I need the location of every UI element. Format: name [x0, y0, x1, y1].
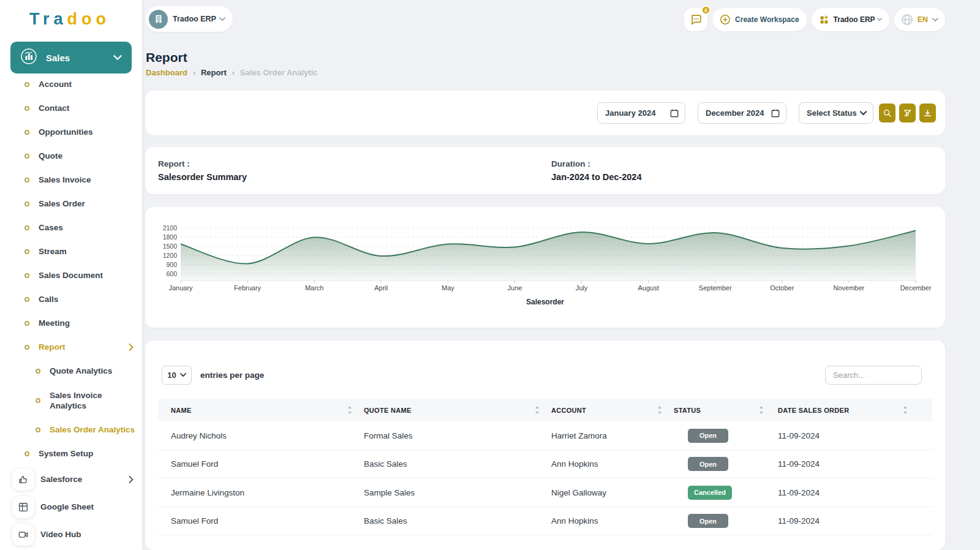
svg-text:April: April	[374, 284, 388, 292]
breadcrumb: Dashboard›Report›Sales Order Analytic	[146, 68, 317, 77]
sidebar-item-sales-document[interactable]: Sales Document	[0, 263, 142, 287]
sidebar-item-sales-order-analytics[interactable]: Sales Order Analytics	[0, 418, 142, 442]
cell-account: Ann Hopkins	[551, 507, 598, 535]
status-badge: Open	[688, 514, 728, 528]
bullet-icon	[24, 130, 29, 135]
cell-name: Samuel Ford	[171, 450, 218, 478]
sidebar-item-contact[interactable]: Contact	[0, 96, 142, 120]
app-grid-icon	[819, 15, 829, 25]
chevron-down-icon	[219, 17, 225, 21]
cell-status: Cancelled	[674, 478, 732, 507]
cell-status: Open	[674, 421, 728, 450]
column-header-date-sales-order[interactable]: DATE SALES ORDER	[778, 399, 849, 421]
breadcrumb-item-dashboard[interactable]: Dashboard	[146, 68, 187, 77]
chevron-down-icon	[113, 55, 122, 61]
cell-quote-name: Formal Sales	[364, 421, 413, 450]
sidebar-item-meeting[interactable]: Meeting	[0, 311, 142, 335]
svg-text:February: February	[234, 284, 262, 292]
sidebar-item-video-hub[interactable]: Video Hub	[0, 521, 142, 548]
sort-icon[interactable]	[759, 404, 764, 416]
sort-icon[interactable]	[535, 404, 540, 416]
search-button[interactable]	[879, 104, 895, 122]
chevron-down-icon	[877, 18, 882, 21]
cell-account: Nigel Galloway	[551, 478, 606, 507]
svg-text:August: August	[638, 284, 659, 292]
report-summary-card: Report : Salesorder Summary Duration : J…	[145, 147, 945, 194]
column-header-quote-name[interactable]: QUOTE NAME	[364, 399, 412, 421]
breadcrumb-item-report[interactable]: Report	[201, 68, 227, 77]
svg-text:May: May	[442, 284, 454, 292]
bullet-icon	[24, 154, 29, 159]
erp-app-button[interactable]: Tradoo ERP	[812, 8, 889, 31]
sidebar-item-sales-order[interactable]: Sales Order	[0, 192, 142, 216]
sidebar-item-calls[interactable]: Calls	[0, 287, 142, 311]
svg-text:June: June	[508, 284, 522, 292]
sidebar-item-report[interactable]: Report	[0, 335, 142, 359]
bullet-icon	[24, 178, 29, 183]
sort-icon[interactable]	[657, 404, 662, 416]
cell-date-sales-order: 11-09-2024	[778, 507, 820, 535]
sidebar-menu: AccountContactOpportunitiesQuoteSales In…	[0, 72, 142, 548]
language-selector[interactable]: EN	[894, 8, 945, 31]
plus-circle-icon	[720, 14, 731, 25]
table-icon	[12, 496, 34, 518]
chevron-down-icon	[180, 373, 186, 377]
sidebar-item-system-setup[interactable]: System Setup	[0, 442, 142, 465]
thumbs-up-icon	[12, 469, 34, 491]
globe-icon	[901, 13, 913, 26]
entries-per-page-select[interactable]: 10	[162, 366, 192, 385]
sidebar-item-google-sheet[interactable]: Google Sheet	[0, 493, 142, 521]
create-workspace-button[interactable]: Create Workspace	[712, 8, 807, 31]
sidebar-item-cases[interactable]: Cases	[0, 216, 142, 239]
sales-chart-icon	[20, 48, 37, 67]
workspace-switcher[interactable]: Tradoo ERP	[145, 6, 233, 32]
column-header-name[interactable]: NAME	[171, 399, 192, 421]
sidebar-item-sales-invoice-analytics[interactable]: Sales Invoice Analytics	[0, 383, 142, 418]
sidebar-item-sales-invoice[interactable]: Sales Invoice	[0, 168, 142, 192]
cell-status: Open	[674, 450, 728, 478]
cell-date-sales-order: 11-09-2024	[778, 478, 820, 507]
column-header-account[interactable]: ACCOUNT	[551, 399, 586, 421]
sort-icon[interactable]	[903, 404, 908, 416]
sidebar-item-quote-analytics[interactable]: Quote Analytics	[0, 359, 142, 383]
table-row: Samuel FordBasic SalesAnn HopkinsOpen11-…	[158, 450, 932, 479]
cell-quote-name: Basic Sales	[364, 450, 407, 478]
bullet-icon	[36, 369, 40, 374]
cell-date-sales-order: 11-09-2024	[778, 450, 820, 478]
video-camera-icon	[12, 524, 34, 546]
svg-text:January: January	[168, 284, 193, 292]
svg-text:March: March	[305, 284, 324, 292]
cell-name: Audrey Nichols	[171, 421, 227, 450]
cell-name: Jermaine Livingston	[171, 478, 244, 507]
cell-name: Samuel Ford	[171, 507, 218, 535]
svg-text:2100: 2100	[163, 224, 178, 232]
column-header-status[interactable]: STATUS	[674, 399, 701, 421]
table-row: Audrey NicholsFormal SalesHarriet Zamora…	[158, 421, 932, 450]
status-select[interactable]: Select Status	[799, 102, 873, 124]
calendar-icon	[670, 109, 679, 118]
sidebar-item-salesforce[interactable]: Salesforce	[0, 465, 142, 493]
clear-filter-button[interactable]	[899, 104, 916, 122]
sidebar-section-sales[interactable]: Sales	[10, 42, 132, 73]
svg-text:November: November	[834, 284, 865, 292]
chevron-right-icon	[129, 344, 134, 351]
breadcrumb-item-sales-order-analytic: Sales Order Analytic	[240, 68, 318, 77]
svg-text:1500: 1500	[163, 243, 178, 250]
date-from-input[interactable]: January 2024	[597, 102, 685, 124]
sort-icon[interactable]	[347, 404, 352, 416]
sidebar-item-opportunities[interactable]: Opportunities	[0, 120, 142, 144]
bullet-icon	[24, 202, 29, 206]
sidebar-item-stream[interactable]: Stream	[0, 239, 142, 263]
breadcrumb-separator: ›	[193, 69, 195, 77]
download-button[interactable]	[919, 104, 936, 122]
chart-x-axis-label: Salesorder	[145, 298, 945, 306]
date-to-input[interactable]: December 2024	[698, 102, 786, 124]
breadcrumb-separator: ›	[232, 69, 235, 77]
chat-button[interactable]: 0	[684, 8, 707, 31]
bullet-icon	[36, 398, 40, 403]
bullet-icon	[24, 451, 29, 456]
table-search-input[interactable]	[825, 366, 922, 385]
svg-text:600: 600	[166, 270, 177, 277]
sidebar-item-account[interactable]: Account	[0, 72, 142, 96]
sidebar-item-quote[interactable]: Quote	[0, 144, 142, 168]
